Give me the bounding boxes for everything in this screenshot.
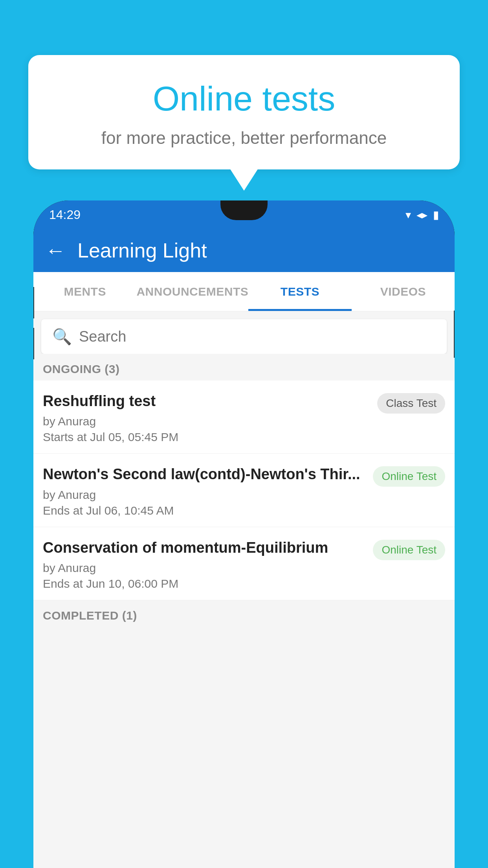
test-item-newtons[interactable]: Newton's Second law(contd)-Newton's Thir… bbox=[33, 454, 455, 527]
status-time: 14:29 bbox=[49, 208, 81, 222]
test-info-1: Reshuffling test by Anurag Starts at Jul… bbox=[43, 392, 371, 444]
promo-subtitle: for more practice, better performance bbox=[60, 128, 428, 148]
volume-down-button bbox=[33, 328, 34, 359]
content-area: 🔍 ONGOING (3) Reshuffling test by Anurag… bbox=[33, 311, 455, 868]
ongoing-section-header: ONGOING (3) bbox=[33, 354, 455, 381]
test-title-3: Conservation of momentum-Equilibrium bbox=[43, 538, 367, 557]
test-list: Reshuffling test by Anurag Starts at Jul… bbox=[33, 381, 455, 600]
test-badge-2: Online Test bbox=[373, 466, 445, 487]
phone-frame: 14:29 ▾ ◂▸ ▮ ← Learning Light MENTS ANNO… bbox=[33, 200, 455, 868]
test-date-2: Ends at Jul 06, 10:45 AM bbox=[43, 504, 367, 517]
completed-section-header: COMPLETED (1) bbox=[33, 600, 455, 627]
speech-bubble-tail bbox=[230, 169, 258, 191]
signal-icon: ◂▸ bbox=[416, 208, 427, 221]
test-author-2: by Anurag bbox=[43, 488, 367, 502]
back-button[interactable]: ← bbox=[45, 239, 66, 262]
tab-bar: MENTS ANNOUNCEMENTS TESTS VIDEOS bbox=[33, 272, 455, 311]
wifi-icon: ▾ bbox=[405, 208, 411, 221]
tab-tests[interactable]: TESTS bbox=[248, 272, 351, 311]
phone-notch bbox=[220, 200, 268, 220]
side-buttons-right bbox=[454, 311, 455, 358]
status-icons: ▾ ◂▸ ▮ bbox=[405, 208, 439, 221]
test-badge-3: Online Test bbox=[373, 540, 445, 560]
test-title-1: Reshuffling test bbox=[43, 392, 371, 411]
power-button bbox=[454, 311, 455, 358]
promo-section: Online tests for more practice, better p… bbox=[28, 55, 460, 191]
test-title-2: Newton's Second law(contd)-Newton's Thir… bbox=[43, 465, 367, 484]
speech-bubble-card: Online tests for more practice, better p… bbox=[28, 55, 460, 169]
search-bar[interactable]: 🔍 bbox=[41, 319, 447, 354]
test-badge-1: Class Test bbox=[377, 393, 445, 414]
test-info-2: Newton's Second law(contd)-Newton's Thir… bbox=[43, 465, 367, 517]
tab-ments[interactable]: MENTS bbox=[33, 272, 136, 311]
app-title: Learning Light bbox=[77, 239, 207, 262]
tab-videos[interactable]: VIDEOS bbox=[352, 272, 455, 311]
test-date-3: Ends at Jun 10, 06:00 PM bbox=[43, 577, 367, 590]
test-info-3: Conservation of momentum-Equilibrium by … bbox=[43, 538, 367, 590]
phone-wrapper: 14:29 ▾ ◂▸ ▮ ← Learning Light MENTS ANNO… bbox=[33, 200, 455, 868]
tab-announcements[interactable]: ANNOUNCEMENTS bbox=[136, 272, 248, 311]
app-bar: ← Learning Light bbox=[33, 229, 455, 272]
promo-title: Online tests bbox=[60, 79, 428, 119]
test-author-3: by Anurag bbox=[43, 561, 367, 575]
battery-icon: ▮ bbox=[433, 208, 439, 221]
search-icon: 🔍 bbox=[52, 327, 72, 346]
test-item-conservation[interactable]: Conservation of momentum-Equilibrium by … bbox=[33, 527, 455, 600]
test-author-1: by Anurag bbox=[43, 415, 371, 428]
test-date-1: Starts at Jul 05, 05:45 PM bbox=[43, 430, 371, 444]
search-input[interactable] bbox=[79, 328, 436, 345]
test-item-reshuffling[interactable]: Reshuffling test by Anurag Starts at Jul… bbox=[33, 381, 455, 454]
